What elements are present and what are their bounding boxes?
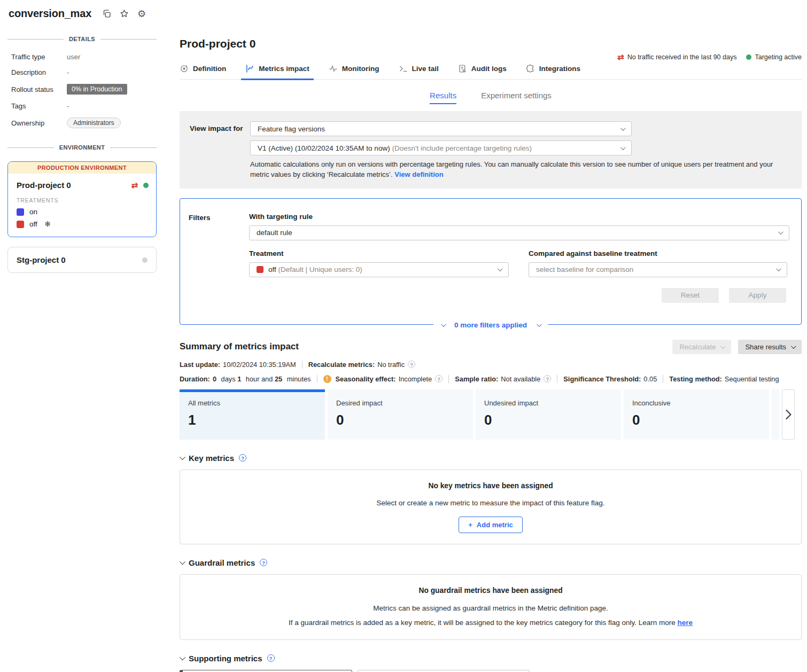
chevron-down-icon (537, 322, 542, 327)
treatment-color-swatch (17, 221, 24, 228)
card-partial (772, 389, 779, 440)
view-definition-link[interactable]: View definition (394, 170, 444, 178)
chevron-down-icon (441, 322, 446, 327)
flag-name: conversion_max (9, 7, 91, 20)
environment-name: Prod-project 0 (17, 181, 131, 190)
collapse-chevron-icon[interactable] (180, 654, 185, 660)
tab-definition[interactable]: Definition (180, 64, 226, 79)
detail-label: Tags (11, 102, 67, 110)
traffic-arrows-icon: ⇄ (131, 181, 138, 189)
flag-header: conversion_max ⚙ (7, 7, 157, 20)
targeting-active-dot (746, 54, 751, 60)
terminal-icon (399, 64, 408, 73)
card-desired-impact[interactable]: Desired impact 0 (328, 389, 473, 440)
treatments-heading: TREATMENTS (17, 197, 149, 204)
tab-live-tail[interactable]: Live tail (399, 64, 439, 79)
chevron-right-icon (785, 409, 792, 420)
summary-heading: Summary of metrics impact (180, 341, 299, 352)
target-icon (180, 64, 189, 73)
card-all-metrics[interactable]: All metrics 1 (180, 389, 325, 440)
chevron-down-icon (620, 126, 626, 131)
treatment-name: off (29, 220, 37, 228)
card-inconclusive[interactable]: Inconclusive 0 (624, 389, 769, 440)
targeting-status: Targeting active (746, 53, 802, 61)
help-icon[interactable]: ? (435, 375, 443, 382)
environment-heading: ENVIRONMENT (59, 144, 105, 151)
scroll-right-button[interactable] (782, 389, 795, 440)
add-metric-button[interactable]: + Add metric (459, 517, 523, 533)
warning-icon: ! (323, 375, 331, 383)
help-icon[interactable]: ? (239, 454, 246, 462)
no-traffic-status: ⇄ No traffic received in the last 90 day… (617, 53, 736, 61)
learn-more-link[interactable]: here (678, 619, 693, 627)
chevron-down-icon (778, 229, 783, 235)
more-filters-toggle[interactable]: 0 more filters applied (433, 321, 548, 329)
version-dropdown[interactable]: V1 (Active) (10/02/2024 10:35AM to now) … (250, 140, 632, 155)
subtab-experiment-settings[interactable]: Experiment settings (481, 91, 552, 104)
key-metrics-empty-state: No key metrics have been assigned Select… (180, 470, 802, 544)
metrics-summary-cards: All metrics 1 Desired impact 0 Undesired… (180, 389, 802, 440)
help-icon[interactable]: ? (408, 361, 415, 368)
targeting-rule-dropdown[interactable]: default rule (249, 225, 789, 240)
detail-label: Rollout status (11, 85, 67, 93)
filters-heading: Filters (189, 213, 249, 303)
tab-monitoring[interactable]: Monitoring (329, 64, 379, 79)
copy-icon[interactable] (102, 9, 111, 18)
treatment-row-on: on (17, 208, 149, 216)
detail-label: Traffic type (11, 53, 67, 61)
summary-info-line-2: Duration: 0 days 1 hour and 25 minutes !… (180, 375, 802, 383)
tab-metrics-impact[interactable]: Metrics impact (245, 64, 309, 79)
chevron-down-icon (620, 145, 626, 150)
manage-metrics-button[interactable]: + Manage metrics (358, 670, 530, 672)
baseline-dropdown[interactable]: select baseline for comparison (529, 262, 787, 277)
impact-helper-text: Automatic calculations only run on versi… (250, 160, 785, 180)
impact-type-dropdown[interactable]: Feature flag versions (250, 121, 632, 136)
subtab-results[interactable]: Results (430, 91, 456, 104)
status-indicators: ⇄ No traffic received in the last 90 day… (617, 53, 802, 61)
treatment-row-off: off ✻ (17, 220, 149, 228)
inactive-status-dot (142, 257, 148, 263)
conversion-metric-card[interactable]: conversion NOT AVAILABLE N/A ? No calcul… (180, 670, 352, 672)
page-title: Prod-project 0 (180, 37, 255, 50)
summary-info-line-1: Last update:10/02/2024 10:35:19AM Recalc… (180, 361, 802, 369)
view-impact-label: View impact for (190, 121, 250, 180)
treatment-color-swatch (257, 266, 263, 273)
recalculate-button[interactable]: Recalculate (672, 340, 731, 354)
share-results-button[interactable]: Share results (738, 340, 802, 354)
apply-button[interactable]: Apply (729, 288, 786, 303)
gear-icon[interactable]: ⚙ (137, 9, 146, 19)
view-impact-panel: View impact for Feature flag versions V1… (180, 111, 802, 189)
baseline-label: Compared against baseline treatment (529, 249, 787, 257)
key-metrics-header: Key metrics ? (180, 454, 802, 463)
tab-integrations[interactable]: Integrations (526, 64, 580, 79)
traffic-arrows-icon: ⇄ (617, 53, 624, 61)
tab-audit-logs[interactable]: Audit logs (458, 64, 507, 79)
collapse-chevron-icon[interactable] (180, 559, 185, 565)
puzzle-icon (526, 64, 535, 73)
treatment-color-swatch (17, 208, 24, 216)
card-undesired-impact[interactable]: Undesired impact 0 (476, 389, 621, 440)
help-icon[interactable]: ? (260, 559, 267, 566)
reset-button[interactable]: Reset (662, 288, 719, 303)
help-icon[interactable]: ? (267, 654, 275, 662)
treatment-dropdown[interactable]: off (Default | Unique users: 0) (249, 262, 509, 277)
plus-icon: + (468, 521, 472, 529)
filters-panel: Filters With targeting rule default rule… (180, 198, 802, 325)
default-treatment-icon: ✻ (45, 220, 51, 228)
tab-bar: Definition Metrics impact Monitoring Liv… (180, 64, 802, 80)
ownership-badge[interactable]: Administrators (67, 118, 121, 128)
detail-label: Ownership (11, 119, 67, 127)
details-divider: DETAILS (7, 36, 157, 42)
guardrail-metrics-title: Guardrail metrics (189, 558, 255, 567)
star-icon[interactable] (120, 9, 129, 18)
environment-divider: ENVIRONMENT (7, 144, 157, 151)
environment-name: Stg-project 0 (17, 255, 66, 264)
detail-value: user (67, 53, 157, 61)
staging-environment-card[interactable]: Stg-project 0 (7, 247, 157, 273)
detail-value: - (67, 68, 157, 76)
help-icon[interactable]: ? (544, 375, 551, 382)
active-status-dot (143, 183, 149, 188)
collapse-chevron-icon[interactable] (180, 454, 185, 460)
production-environment-card[interactable]: PRODUCTION ENVIRONMENT Prod-project 0 ⇄ … (7, 161, 157, 237)
chevron-down-icon (720, 343, 726, 349)
